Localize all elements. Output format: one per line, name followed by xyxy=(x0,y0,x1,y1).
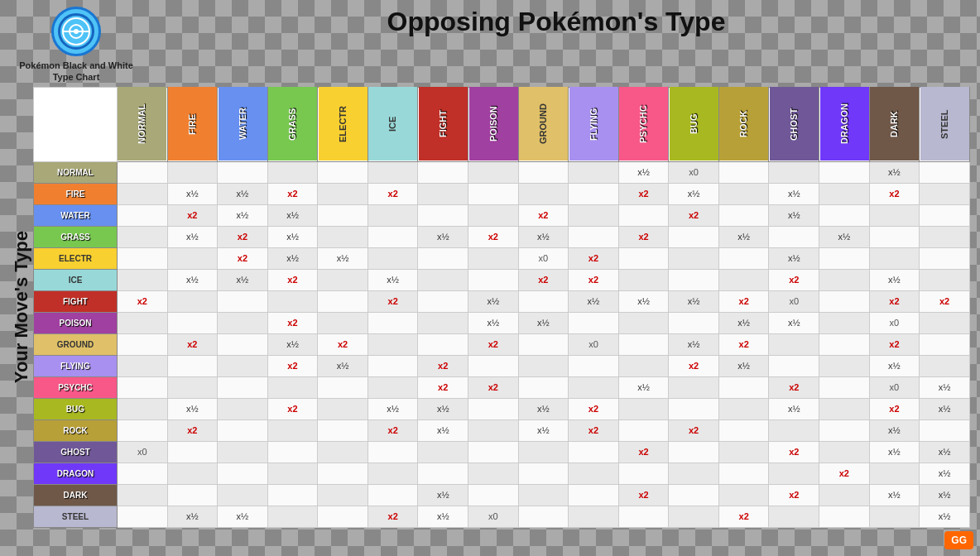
cell-value: x0 xyxy=(689,167,699,177)
table-row: WATERx2x½x½x2x2x½ xyxy=(34,204,970,226)
row-label-electr: ELECTR xyxy=(34,247,118,269)
cell-value: x2 xyxy=(187,339,197,349)
cell-dark-rock xyxy=(718,484,769,506)
cell-water-fire: x2 xyxy=(167,204,218,226)
cell-fire-bug: x½ xyxy=(669,183,719,204)
cell-fight-ground xyxy=(518,290,569,312)
cell-value: x2 xyxy=(789,490,799,500)
cell-bug-ice: x½ xyxy=(368,398,418,419)
cell-value: x2 xyxy=(789,382,799,392)
cell-fight-rock: x2 xyxy=(718,290,769,312)
cell-value: x½ xyxy=(487,296,499,306)
cell-poison-poison: x½ xyxy=(468,312,519,333)
cell-fight-fire xyxy=(167,290,218,312)
col-header-fight: FIGHT xyxy=(418,87,468,161)
cell-value: x2 xyxy=(287,361,297,371)
cell-ghost-fight xyxy=(418,441,468,463)
cell-rock-fight: x½ xyxy=(418,419,468,441)
cell-dragon-ice xyxy=(368,463,418,484)
cell-grass-bug xyxy=(669,226,719,247)
row-label-water: WATER xyxy=(34,204,118,226)
cell-normal-flying xyxy=(569,161,619,183)
cell-value: x½ xyxy=(788,210,800,220)
cell-rock-poison xyxy=(468,419,519,441)
table-outer: NORMALFIREWATERGRASSELECTRICEFIGHTPOISON… xyxy=(33,87,970,528)
cell-value: x½ xyxy=(437,490,449,500)
cell-dark-dark: x½ xyxy=(869,484,920,506)
cell-fight-psychc: x½ xyxy=(618,290,669,312)
cell-value: x½ xyxy=(939,511,951,521)
cell-steel-grass xyxy=(267,506,318,527)
cell-ghost-poison xyxy=(468,441,519,463)
cell-grass-fire: x½ xyxy=(167,226,218,247)
cell-fight-water xyxy=(218,290,268,312)
cell-psychc-electr xyxy=(318,376,368,398)
cell-electr-dark xyxy=(869,247,920,269)
cell-flying-electr: x½ xyxy=(318,355,368,376)
cell-ice-poison xyxy=(468,269,519,290)
cell-rock-bug: x2 xyxy=(669,419,719,441)
table-row: GROUNDx2x½x2x2x0x½x2x2 xyxy=(34,333,970,355)
cell-value: x2 xyxy=(438,382,448,392)
cell-dark-bug xyxy=(669,484,719,506)
cell-value: x2 xyxy=(889,296,899,306)
cell-fire-dark: x2 xyxy=(869,183,920,204)
cell-dark-ground xyxy=(518,484,569,506)
cell-value: x½ xyxy=(939,490,951,500)
cell-electr-bug xyxy=(669,247,719,269)
col-header-ice: ICE xyxy=(368,87,418,161)
cell-ground-flying: x0 xyxy=(569,333,619,355)
cell-electr-ice xyxy=(368,247,418,269)
cell-value: x½ xyxy=(939,404,951,414)
cell-value: x2 xyxy=(638,232,648,242)
cell-water-psychc xyxy=(618,204,669,226)
cell-grass-dark xyxy=(869,226,920,247)
cell-fire-electr xyxy=(318,183,368,204)
cell-ice-dragon xyxy=(819,269,870,290)
cell-rock-ghost xyxy=(769,419,819,441)
cell-psychc-grass xyxy=(267,376,318,398)
cell-value: x0 xyxy=(137,447,147,457)
row-label-steel: STEEL xyxy=(34,506,118,527)
cell-psychc-bug xyxy=(669,376,719,398)
cell-fight-dragon xyxy=(819,290,870,312)
cell-value: x2 xyxy=(287,275,297,285)
cell-value: x2 xyxy=(939,296,949,306)
col-header-normal: NORMAL xyxy=(117,87,167,161)
cell-fire-psychc: x2 xyxy=(618,183,669,204)
cell-normal-poison xyxy=(468,161,519,183)
cell-rock-steel xyxy=(920,419,970,441)
cell-value: x½ xyxy=(437,511,449,521)
cell-grass-rock: x½ xyxy=(718,226,769,247)
cell-bug-psychc xyxy=(618,398,669,419)
row-label-ground: GROUND xyxy=(34,333,118,355)
cell-value: x2 xyxy=(689,425,699,435)
cell-steel-ice: x2 xyxy=(368,506,418,527)
cell-value: x2 xyxy=(187,425,197,435)
table-row: BUGx½x2x½x½x½x2x½x2x½ xyxy=(34,398,970,419)
cell-dark-fire xyxy=(167,484,218,506)
cell-bug-fire: x½ xyxy=(167,398,218,419)
cell-flying-fire xyxy=(167,355,218,376)
cell-grass-flying xyxy=(569,226,619,247)
cell-value: x½ xyxy=(337,253,349,263)
cell-dark-normal xyxy=(117,484,167,506)
cell-psychc-poison: x2 xyxy=(468,376,519,398)
cell-dark-flying xyxy=(569,484,619,506)
cell-value: x2 xyxy=(538,275,548,285)
cell-electr-electr: x½ xyxy=(318,247,368,269)
cell-ice-psychc xyxy=(618,269,669,290)
gamer-guides-logo: GG xyxy=(944,531,973,549)
row-label-fire: FIRE xyxy=(34,183,118,204)
cell-normal-normal xyxy=(117,161,167,183)
row-label-dark: DARK xyxy=(34,484,118,506)
row-label-psychc: PSYCHC xyxy=(34,376,118,398)
cell-flying-fight: x2 xyxy=(418,355,468,376)
cell-value: x½ xyxy=(888,447,901,457)
cell-dragon-rock xyxy=(718,463,769,484)
cell-steel-psychc xyxy=(618,506,669,527)
cell-value: x½ xyxy=(387,275,399,285)
cell-normal-electr xyxy=(318,161,368,183)
cell-ground-fight xyxy=(418,333,468,355)
cell-value: x0 xyxy=(488,511,498,521)
